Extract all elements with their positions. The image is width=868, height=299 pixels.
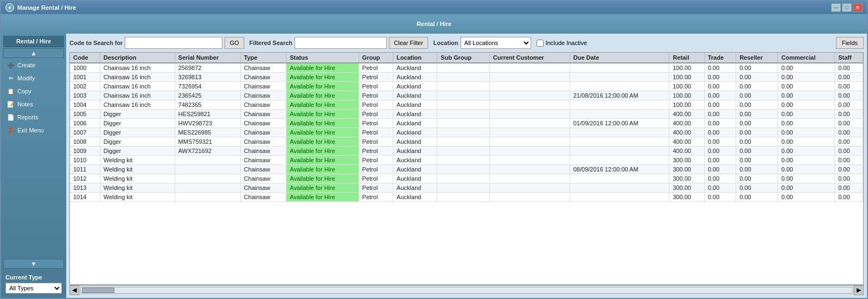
table-row[interactable]: 1003Chainsaw 16 inch2365425ChainsawAvail… — [70, 91, 863, 100]
table-cell: 0.00 — [704, 128, 736, 137]
table-cell: 400.00 — [669, 147, 704, 156]
table-cell — [570, 147, 669, 156]
table-cell — [175, 156, 240, 165]
table-row[interactable]: 1006DiggerHWV298723ChainsawAvailable for… — [70, 119, 863, 128]
sidebar-item-reports[interactable]: 📄 Reports — [3, 111, 64, 123]
create-icon: ➕ — [7, 61, 15, 69]
table-cell — [437, 128, 489, 137]
current-type-select[interactable]: All Types — [5, 283, 62, 294]
table-cell: Auckland — [393, 91, 437, 100]
maximize-button[interactable]: □ — [842, 3, 852, 12]
table-cell — [437, 193, 489, 202]
table-row[interactable]: 1005DiggerHES259821ChainsawAvailable for… — [70, 110, 863, 119]
table-cell: 0.00 — [704, 110, 736, 119]
table-cell: Available for Hire — [286, 137, 359, 147]
scroll-right-arrow[interactable]: ▶ — [854, 285, 864, 295]
filtered-search-group: Filtered Search Clear Filter — [250, 37, 428, 49]
table-row[interactable]: 1011Welding kitChainsawAvailable for Hir… — [70, 165, 863, 174]
table-row[interactable]: 1000Chainsaw 16 inch2569872ChainsawAvail… — [70, 63, 863, 73]
table-cell — [489, 63, 570, 73]
table-cell: 1004 — [70, 100, 100, 110]
table-cell: Available for Hire — [286, 156, 359, 165]
col-subgroup: Sub Group — [437, 53, 489, 63]
table-cell — [570, 110, 669, 119]
table-cell — [570, 156, 669, 165]
title-bar-left: ● Manage Rental / Hire — [5, 3, 76, 12]
table-cell: 0.00 — [835, 110, 863, 119]
code-search-input[interactable] — [125, 37, 222, 49]
scroll-left-arrow[interactable]: ◀ — [69, 285, 79, 295]
col-type: Type — [240, 53, 286, 63]
table-cell — [437, 110, 489, 119]
table-cell — [437, 63, 489, 73]
table-cell: Auckland — [393, 128, 437, 137]
go-button[interactable]: GO — [225, 37, 244, 49]
table-cell — [175, 174, 240, 183]
table-cell: Available for Hire — [286, 73, 359, 82]
sidebar-item-create[interactable]: ➕ Create — [3, 59, 64, 71]
table-cell: 0.00 — [778, 147, 835, 156]
main-body: Rental / Hire ▲ ➕ Create ✏ Modify 📋 Copy… — [1, 34, 867, 298]
table-row[interactable]: 1014Welding kitChainsawAvailable for Hir… — [70, 193, 863, 202]
sidebar-scroll-up[interactable]: ▲ — [3, 48, 64, 58]
table-cell: 1009 — [70, 147, 100, 156]
table-row[interactable]: 1001Chainsaw 16 inch3269813ChainsawAvail… — [70, 73, 863, 82]
table-row[interactable]: 1012Welding kitChainsawAvailable for Hir… — [70, 174, 863, 183]
scroll-thumb[interactable] — [82, 288, 114, 293]
sidebar-scroll-down[interactable]: ▼ — [3, 259, 64, 269]
table-cell: 0.00 — [778, 128, 835, 137]
table-row[interactable]: 1008DiggerMMS759321ChainsawAvailable for… — [70, 137, 863, 147]
table-cell — [489, 165, 570, 174]
table-cell: Petrol — [359, 128, 393, 137]
table-cell — [437, 174, 489, 183]
close-button[interactable]: ✕ — [853, 3, 863, 12]
table-cell: Auckland — [393, 174, 437, 183]
sidebar-item-notes[interactable]: 📝 Notes — [3, 98, 64, 110]
table-cell: 0.00 — [835, 63, 863, 73]
table-wrapper: Code Description Serial Number Type Stat… — [69, 52, 864, 285]
table-cell: Available for Hire — [286, 110, 359, 119]
sidebar-item-copy[interactable]: 📋 Copy — [3, 85, 64, 97]
sidebar-item-exit[interactable]: 🚪 Exit Menu — [3, 124, 64, 136]
table-cell — [489, 100, 570, 110]
table-cell — [175, 183, 240, 193]
horizontal-scrollbar[interactable]: ◀ ▶ — [69, 285, 864, 295]
table-row[interactable]: 1007DiggerMES226985ChainsawAvailable for… — [70, 128, 863, 137]
table-row[interactable]: 1009DiggerAWX721692ChainsawAvailable for… — [70, 147, 863, 156]
table-cell: Available for Hire — [286, 119, 359, 128]
table-cell: Chainsaw — [240, 137, 286, 147]
table-row[interactable]: 1004Chainsaw 16 inch7482365ChainsawAvail… — [70, 100, 863, 110]
table-cell: 0.00 — [736, 137, 778, 147]
table-cell: Petrol — [359, 137, 393, 147]
table-cell: 0.00 — [736, 91, 778, 100]
sidebar-item-modify[interactable]: ✏ Modify — [3, 72, 64, 84]
table-cell: Digger — [100, 128, 175, 137]
col-customer: Current Customer — [489, 53, 570, 63]
table-cell: 1014 — [70, 193, 100, 202]
table-cell — [570, 137, 669, 147]
col-trade: Trade — [704, 53, 736, 63]
col-staff: Staff — [835, 53, 863, 63]
filtered-search-label: Filtered Search — [250, 40, 292, 46]
table-row[interactable]: 1013Welding kitChainsawAvailable for Hir… — [70, 183, 863, 193]
table-cell: Petrol — [359, 156, 393, 165]
table-row[interactable]: 1010Welding kitChainsawAvailable for Hir… — [70, 156, 863, 165]
filtered-search-input[interactable] — [295, 37, 387, 49]
table-cell: Auckland — [393, 110, 437, 119]
fields-button[interactable]: Fields — [836, 37, 864, 49]
table-cell — [437, 147, 489, 156]
scroll-track[interactable] — [80, 287, 853, 294]
table-cell: 0.00 — [778, 174, 835, 183]
table-cell: 0.00 — [778, 156, 835, 165]
table-cell: 0.00 — [736, 110, 778, 119]
minimize-button[interactable]: — — [831, 3, 841, 12]
table-cell: Digger — [100, 147, 175, 156]
table-cell: 0.00 — [736, 63, 778, 73]
table-cell: 0.00 — [704, 119, 736, 128]
include-inactive-checkbox[interactable] — [537, 40, 544, 47]
table-row[interactable]: 1002Chainsaw 16 inch7326954ChainsawAvail… — [70, 82, 863, 91]
table-cell: 0.00 — [736, 183, 778, 193]
clear-filter-button[interactable]: Clear Filter — [389, 37, 428, 49]
location-select[interactable]: All Locations — [461, 37, 531, 49]
app-icon: ● — [5, 3, 14, 12]
